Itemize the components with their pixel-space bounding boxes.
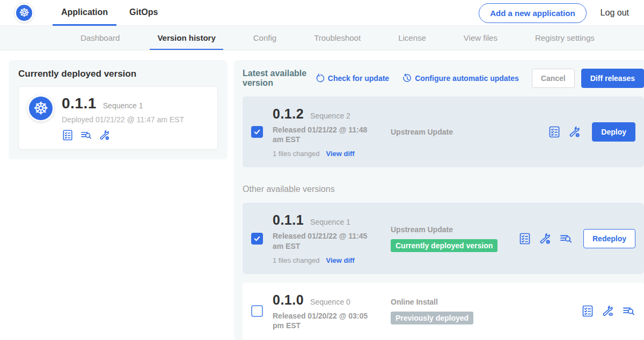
view-logs-icon[interactable] <box>559 232 573 245</box>
version-number: 0.1.2 <box>273 106 304 122</box>
refresh-icon <box>315 73 325 83</box>
edit-config-icon[interactable] <box>539 232 552 245</box>
version-checkbox[interactable] <box>251 305 263 317</box>
kubernetes-logo-badge: ☸ <box>27 95 54 122</box>
top-nav-right: Add a new application Log out <box>479 0 629 26</box>
top-nav: ☸ Application GitOps Add a new applicati… <box>0 0 644 26</box>
deploy-button[interactable]: Deploy <box>592 122 635 142</box>
sequence-label: Sequence 1 <box>310 218 350 226</box>
latest-available-version-title: Latest available version <box>243 69 308 88</box>
diff-releases-button[interactable]: Diff releases <box>581 69 644 88</box>
kubernetes-helm-wheel-icon: ☸ <box>16 5 32 21</box>
view-config-icon[interactable] <box>602 305 614 317</box>
view-diff-link[interactable]: View diff <box>326 256 354 264</box>
tab-application[interactable]: Application <box>53 0 116 26</box>
files-changed-label: 1 files changed <box>273 150 319 158</box>
currently-deployed-title: Currently deployed version <box>18 69 218 79</box>
version-number: 0.1.0 <box>273 292 304 308</box>
released-timestamp: Released 01/21/22 @ 11:45 am EST <box>273 231 380 250</box>
redeploy-button[interactable]: Redeploy <box>583 229 635 248</box>
previously-deployed-badge: Previously deployed <box>391 312 473 324</box>
version-history-panel: Latest available version Check for updat… <box>234 60 644 340</box>
version-checkbox[interactable] <box>251 233 263 245</box>
configure-automatic-updates-link[interactable]: Configure automatic updates <box>402 73 519 83</box>
currently-deployed-panel: Currently deployed version ☸ 0.1.1 Seque… <box>9 60 228 159</box>
app-logo[interactable]: ☸ <box>14 0 34 26</box>
edit-config-icon[interactable] <box>99 129 111 141</box>
tab-gitops[interactable]: GitOps <box>121 0 166 26</box>
deployed-sequence-label: Sequence 1 <box>103 101 143 110</box>
deployed-version-card: ☸ 0.1.1 Sequence 1 Deployed 01/21/22 @ 1… <box>18 86 218 150</box>
view-diff-link[interactable]: View diff <box>326 150 354 158</box>
version-source-label: Upstream Update <box>391 128 518 136</box>
subtab-license[interactable]: License <box>391 26 434 50</box>
version-row-0-1-1: 0.1.1 Sequence 1 Released 01/21/22 @ 11:… <box>243 203 644 274</box>
latest-version-header: Latest available version Check for updat… <box>243 69 644 88</box>
edit-config-icon[interactable] <box>568 125 581 138</box>
cancel-button[interactable]: Cancel <box>532 69 575 88</box>
currently-deployed-badge: Currently deployed version <box>391 239 497 252</box>
view-logs-icon[interactable] <box>80 129 92 141</box>
main-content: Currently deployed version ☸ 0.1.1 Seque… <box>0 50 644 340</box>
sequence-label: Sequence 0 <box>310 298 350 306</box>
subtab-troubleshoot[interactable]: Troubleshoot <box>306 26 368 50</box>
version-row-0-1-2: 0.1.2 Sequence 2 Released 01/21/22 @ 11:… <box>243 97 644 167</box>
preflight-checklist-icon[interactable] <box>62 129 74 141</box>
released-timestamp: Released 01/20/22 @ 03:05 pm EST <box>273 311 380 330</box>
other-available-versions-title: Other available versions <box>243 184 644 194</box>
top-nav-tabs: Application GitOps <box>53 0 166 26</box>
preflight-checklist-icon[interactable] <box>518 232 531 245</box>
sequence-label: Sequence 2 <box>310 112 350 120</box>
add-new-application-button[interactable]: Add a new application <box>479 3 586 23</box>
subtab-view-files[interactable]: View files <box>456 26 505 50</box>
version-number: 0.1.1 <box>273 212 304 228</box>
files-changed-label: 1 files changed <box>273 256 319 264</box>
preflight-checklist-icon[interactable] <box>548 125 561 138</box>
clock-refresh-icon <box>402 73 412 83</box>
version-row-0-1-0: 0.1.0 Sequence 0 Released 01/20/22 @ 03:… <box>243 283 644 340</box>
app-sub-nav: Dashboard Version history Config Trouble… <box>0 26 644 50</box>
preflight-checklist-icon[interactable] <box>581 305 594 317</box>
kubernetes-logo-badge: ☸ <box>14 3 34 23</box>
version-source-label: Online Install <box>391 298 518 306</box>
subtab-version-history[interactable]: Version history <box>150 26 223 50</box>
version-checkbox[interactable] <box>251 126 263 138</box>
subtab-config[interactable]: Config <box>246 26 284 50</box>
check-for-update-link[interactable]: Check for update <box>315 73 389 83</box>
deployed-version-number: 0.1.1 <box>62 95 97 112</box>
subtab-registry-settings[interactable]: Registry settings <box>528 26 602 50</box>
released-timestamp: Released 01/21/22 @ 11:48 am EST <box>273 125 380 144</box>
logout-link[interactable]: Log out <box>601 8 629 18</box>
deployed-timestamp: Deployed 01/21/22 @ 11:47 am EST <box>62 115 184 124</box>
version-source-label: Upstream Update <box>391 225 518 234</box>
kubernetes-helm-wheel-icon: ☸ <box>29 97 53 120</box>
subtab-dashboard[interactable]: Dashboard <box>73 26 127 50</box>
view-logs-icon[interactable] <box>622 305 635 317</box>
